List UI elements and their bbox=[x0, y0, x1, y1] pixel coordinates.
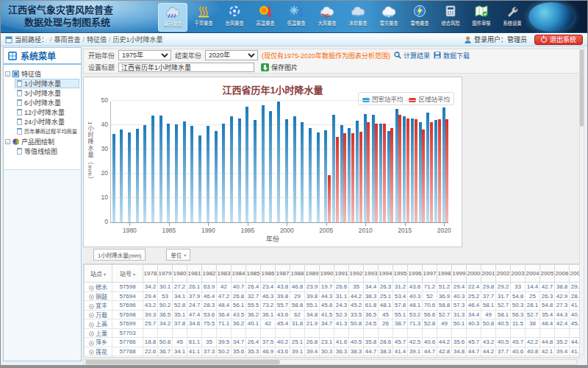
expand-row-icon[interactable]: + bbox=[89, 313, 94, 318]
unit-selector[interactable]: 单位 ▾ bbox=[166, 249, 190, 261]
breadcrumb-item[interactable]: 暴雨普查 bbox=[54, 36, 81, 43]
value-cell: 38.3 bbox=[379, 347, 393, 356]
value-cell: 40.3 bbox=[570, 356, 581, 358]
calc-result-button[interactable]: 计算结果 bbox=[394, 51, 430, 60]
toolbar-item-9[interactable]: 雷电普查 bbox=[405, 3, 434, 32]
station-cell[interactable]: +萍乡 bbox=[85, 338, 112, 347]
expand-row-icon[interactable]: + bbox=[89, 322, 94, 328]
end-year-select[interactable]: 2020年 bbox=[205, 50, 258, 60]
value-cell bbox=[555, 328, 570, 338]
toolbar-item-label: 冰雹普查 bbox=[348, 20, 367, 26]
station-cell[interactable]: +万载 bbox=[85, 310, 112, 319]
value-cell: 54.8 bbox=[511, 291, 526, 301]
toolbar-item-4[interactable]: 高温普查 bbox=[251, 3, 280, 32]
breadcrumb-separator: / bbox=[50, 36, 52, 43]
filter-arrow-icon[interactable]: ▾ bbox=[133, 272, 135, 277]
chart-plot-area: 0102030405019801985199019952000200520102… bbox=[110, 102, 448, 223]
value-cell: 35.3 bbox=[246, 347, 261, 356]
value-cell: 22.4 bbox=[467, 283, 481, 292]
sidebar-item-等值线绘图[interactable]: 等值线绘图 bbox=[15, 146, 79, 156]
value-cell: 40.6 bbox=[423, 338, 437, 347]
measure-selector[interactable]: 1小时降水量(mm) bbox=[93, 249, 146, 261]
year-header: 2005 bbox=[540, 265, 555, 283]
collapse-icon[interactable]: - bbox=[5, 139, 10, 144]
bar-national-1986 bbox=[175, 124, 178, 222]
station-cell[interactable]: +莲花 bbox=[85, 347, 112, 356]
data-download-button[interactable]: 数据下载 bbox=[434, 51, 470, 60]
table-row: +上高5769925.734.237.834.675.571.136.240.1… bbox=[85, 319, 581, 329]
station-cell[interactable]: +上栗 bbox=[85, 328, 112, 338]
start-year-select[interactable]: 1975年 bbox=[118, 50, 171, 60]
bar-national-2004 bbox=[317, 132, 320, 222]
toolbar-item-10[interactable]: 综合风险 bbox=[436, 3, 465, 32]
toolbar-item-7[interactable]: 冰雹普查 bbox=[343, 3, 373, 32]
save-image-button[interactable]: 保存图片 bbox=[261, 63, 298, 72]
value-cell: 38.6 bbox=[202, 356, 217, 358]
station-cell[interactable]: +铜鼓 bbox=[85, 291, 112, 301]
breadcrumb-item[interactable]: 历史1小时降水量 bbox=[113, 36, 163, 43]
station-id-header[interactable]: 站号▾ bbox=[112, 265, 143, 283]
expand-row-icon[interactable]: + bbox=[89, 286, 94, 291]
value-cell: 45.4 bbox=[276, 319, 290, 329]
toolbar-item-11[interactable]: 图件审核 bbox=[467, 3, 496, 32]
data-table-wrap: 站点▾站号▾1978197919801981198219831984198519… bbox=[83, 263, 580, 358]
tree-group-1[interactable]: -特征值 bbox=[5, 68, 79, 79]
save-image-label: 保存图片 bbox=[271, 63, 298, 72]
toolbar-item-1[interactable]: 暴雨普查 bbox=[158, 3, 187, 32]
sidebar-item-1小时降水量[interactable]: 1小时降水量 bbox=[15, 79, 79, 88]
year-header: 2000 bbox=[467, 265, 481, 283]
value-cell: 40.3 bbox=[408, 291, 423, 301]
expand-row-icon[interactable]: + bbox=[89, 304, 94, 309]
value-cell: 34.8 bbox=[305, 310, 320, 319]
year-header: 2006 bbox=[555, 265, 570, 283]
toolbar-item-label: 系统设置 bbox=[503, 20, 521, 26]
horizontal-scrollbar[interactable] bbox=[83, 359, 577, 365]
value-cell: 32.7 bbox=[246, 291, 261, 301]
sidebar-item-3小时降水量[interactable]: 3小时降水量 bbox=[15, 88, 79, 98]
station-id-cell: 57698 bbox=[112, 310, 143, 319]
sidebar-item-24小时降水量[interactable]: 24小时降水量 bbox=[15, 117, 79, 127]
expand-row-icon[interactable]: + bbox=[89, 331, 94, 336]
breadcrumb-item[interactable]: 特征值 bbox=[87, 36, 107, 43]
chart-title-input[interactable] bbox=[118, 63, 254, 72]
tree-group-2[interactable]: -产品图绘制 bbox=[5, 136, 79, 146]
value-cell: 42.8 bbox=[481, 356, 496, 358]
value-cell: 45.2 bbox=[349, 301, 364, 311]
bar-national-2002 bbox=[301, 122, 304, 222]
station-header[interactable]: 站点▾ bbox=[85, 265, 112, 283]
value-cell: 38 bbox=[526, 319, 540, 329]
toolbar-item-5[interactable]: 低温普查 bbox=[282, 3, 311, 32]
sidebar-item-12小时降水量[interactable]: 12小时降水量 bbox=[15, 107, 79, 117]
expand-row-icon[interactable]: + bbox=[89, 350, 94, 355]
table-row: +宜丰5769643.250.252.824.728.348.456.155.5… bbox=[85, 301, 581, 311]
x-tick-mark bbox=[169, 223, 170, 226]
expand-row-icon[interactable]: + bbox=[89, 294, 94, 300]
station-cell[interactable]: +上高 bbox=[85, 319, 112, 329]
value-cell: 35.8 bbox=[364, 338, 379, 347]
toolbar-item-8[interactable]: 雪灾普查 bbox=[374, 3, 404, 32]
year-header: 2002 bbox=[496, 265, 511, 283]
bar-national-2017 bbox=[419, 122, 422, 222]
toolbar-item-12[interactable]: 系统设置 bbox=[498, 3, 527, 32]
horizontal-scroll-thumb[interactable] bbox=[85, 360, 280, 364]
station-cell[interactable]: +修水 bbox=[85, 283, 112, 292]
expand-row-icon[interactable]: + bbox=[89, 341, 94, 346]
toolbar-item-6[interactable]: 大风普查 bbox=[312, 3, 342, 32]
bar-national-1991 bbox=[215, 131, 218, 222]
logout-button[interactable]: 退出系统 bbox=[534, 35, 583, 45]
station-cell[interactable]: +宜丰 bbox=[85, 301, 112, 311]
filter-arrow-icon[interactable]: ▾ bbox=[104, 272, 106, 277]
sidebar-item-6小时降水量[interactable]: 6小时降水量 bbox=[15, 98, 79, 107]
value-cell: 50.1 bbox=[452, 319, 467, 329]
collapse-icon[interactable]: - bbox=[5, 71, 10, 77]
toolbar-item-3[interactable]: 台风普查 bbox=[220, 3, 249, 32]
value-cell: 36.3 bbox=[246, 356, 261, 358]
station-cell[interactable]: +分宜 bbox=[85, 356, 112, 358]
data-download-label: 数据下载 bbox=[443, 51, 470, 60]
toolbar-item-label: 低温普查 bbox=[287, 20, 305, 26]
vertical-scroll-thumb[interactable] bbox=[580, 49, 584, 127]
vertical-scrollbar[interactable] bbox=[579, 47, 584, 355]
value-cell: 42 bbox=[261, 319, 276, 329]
sidebar-item-历年暴雨过程平均雨量[interactable]: 历年暴雨过程平均雨量 bbox=[15, 127, 79, 136]
toolbar-item-2[interactable]: 干旱普查 bbox=[189, 3, 218, 32]
